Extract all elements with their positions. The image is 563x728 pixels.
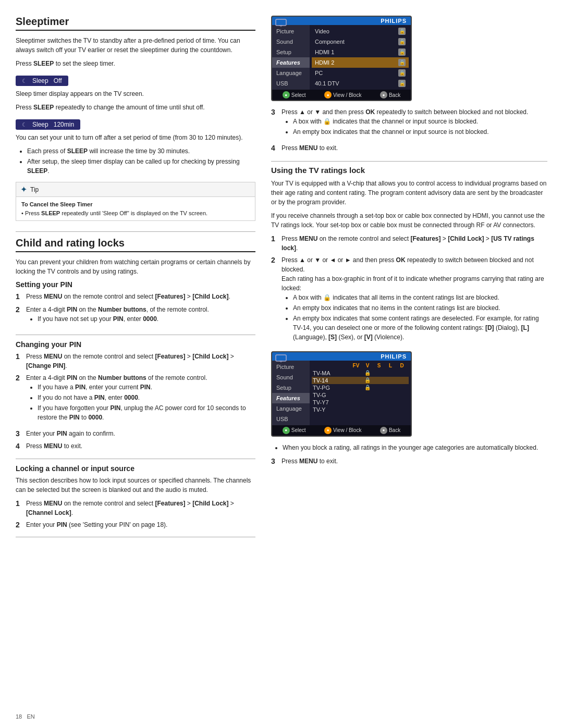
tv-btn-select: ● Select [283, 91, 306, 98]
changing-pin-step2: 2 Enter a 4-digit PIN on the Number butt… [16, 373, 255, 426]
tv-btn-back-2: ● Back [380, 427, 400, 434]
step-content-2: Enter a 4-digit PIN on the Number button… [26, 305, 255, 328]
press-label2: Press [16, 104, 33, 111]
tv-left-features: Features [272, 57, 310, 68]
changing-pin-step1: 1 Press MENU on the remote control and s… [16, 352, 255, 371]
divider-1 [271, 161, 547, 162]
tv-ratings-step-num-1: 1 [271, 234, 278, 244]
tv-ratings-b1: A box with 🔒 indicates that all items in… [293, 293, 547, 302]
col-fv: FV [350, 363, 362, 368]
right-step-num-4: 4 [271, 143, 278, 154]
page-num-text: 18 [16, 713, 22, 720]
step-num-l1: 1 [16, 499, 23, 509]
tv-btn-back: ● Back [380, 91, 400, 98]
ratings-row-tvg: TV-G [312, 391, 409, 399]
sleep-bold: SLEEP [33, 60, 54, 67]
tv-left-menu-2: Picture Sound Setup Features Language US… [272, 361, 310, 425]
tv-btn-select-label-2: Select [291, 427, 306, 433]
philips-label-2: PHILIPS [381, 353, 407, 360]
sleeptimer-intro: Sleeptimer switches the TV to standby af… [16, 36, 255, 55]
tv-right-hdmi1: HDMI 1 🔒 [312, 47, 409, 57]
tv-ratings-step1-content: Press MENU on the remote control and sel… [282, 234, 547, 253]
step3-block: 3 Press ▲ or ▼ and then press OK repeate… [271, 107, 547, 154]
tv-screenshot-2-wrapper: PHILIPS Picture Sound Setup Features Lan… [271, 351, 547, 437]
locking-channel-intro: This section describes how to lock input… [16, 476, 255, 495]
tv-left-language-2: Language [272, 403, 310, 414]
setting-pin-section: Setting your PIN 1 Press MENU on the rem… [16, 280, 255, 335]
change-pin-bullets: If you have a PIN, enter your current PI… [38, 382, 255, 422]
change-pin-b2: If you do not have a PIN, enter 0000. [38, 393, 255, 402]
tv-left-usb-2: USB [272, 414, 310, 424]
step-num-c3: 3 [16, 429, 23, 439]
tv-left-language: Language [272, 68, 310, 78]
tv-ratings-bullets: A box with 🔒 indicates that all items in… [293, 293, 547, 342]
tv-btn-viewblock: ● View / Block [324, 91, 361, 98]
step-content-c2: Enter a 4-digit PIN on the Number button… [26, 373, 255, 426]
tv-left-menu-1: Picture Sound Setup Features Language US… [272, 25, 310, 90]
col-d: D [396, 363, 408, 368]
sleep-value2: 120min [54, 121, 74, 128]
tv-left-features-2: Features [272, 393, 310, 403]
changing-pin-title: Changing your PIN [16, 340, 255, 349]
sleep-display-desc: Sleep timer display appears on the TV sc… [16, 89, 255, 98]
tv-left-sound: Sound [272, 36, 310, 47]
ok-circle: ● [283, 91, 290, 98]
rating-label-tvpg: TV-PG [313, 385, 350, 391]
tv-right-dtv: 40.1 DTV 🔒 [312, 78, 409, 89]
changing-pin-step3: 3 Enter your PIN again to confirm. [16, 429, 255, 439]
tip-header: ✦ Tip [16, 182, 255, 196]
changing-pin-step4: 4 Press MENU to exit. [16, 441, 255, 452]
pin-bullet-1: If you have not set up your PIN, enter 0… [38, 314, 255, 324]
tv-left-sound-2: Sound [272, 372, 310, 382]
tv-bottom-bar-2: ● Select ● View / Block ● Back [272, 425, 411, 436]
pin-bullet-list: If you have not set up your PIN, enter 0… [38, 314, 255, 324]
sleep-bullet-2: After setup, the sleep timer display can… [27, 157, 255, 176]
step-num-l2: 2 [16, 520, 23, 530]
page-lang-text: EN [27, 713, 34, 720]
tip-star-icon: ✦ [20, 184, 27, 194]
tv-ratings-b3: An empty box indicates that some content… [293, 314, 547, 342]
tv-screen-1: PHILIPS Picture Sound Setup Features Lan… [271, 16, 412, 101]
tv-btn-back-label-2: Back [389, 427, 400, 433]
left-column: Sleeptimer Sleeptimer switches the TV to… [16, 16, 255, 718]
ratings-row-tvma: TV-MA 🔒 [312, 369, 409, 377]
tv-right-video: Video 🔒 [312, 26, 409, 36]
philips-label-1: PHILIPS [381, 18, 407, 24]
rating-label-tv14: TV-14 [313, 377, 350, 384]
tv-menu-area-1: Picture Sound Setup Features Language US… [272, 25, 411, 90]
press-repeatedly-suffix: repeatedly to change the amount of time … [54, 104, 204, 111]
sleep-bullet-list: Each press of SLEEP will increase the ti… [27, 146, 255, 176]
page-container: Sleeptimer Sleeptimer switches the TV to… [0, 0, 563, 728]
ratings-note-list: When you block a rating, all ratings in … [283, 443, 547, 452]
change-pin-b1: If you have a PIN, enter your current PI… [38, 382, 255, 392]
lock-pc: 🔒 [398, 69, 406, 77]
tip-content: To Cancel the Sleep Timer • Press SLEEP … [16, 196, 255, 220]
sleep-bold2: SLEEP [33, 104, 54, 111]
tv-right-menu-1: Video 🔒 Component 🔒 HDMI 1 🔒 HDMI 2 [310, 25, 411, 90]
rating-label-tvy7: TV-Y7 [313, 399, 350, 405]
sleeptimer-section: Sleeptimer Sleeptimer switches the TV to… [16, 16, 255, 232]
right-step4-content: Press MENU to exit. [282, 143, 547, 153]
locking-channel-title: Locking a channel or input source [16, 464, 255, 473]
lock-dtv: 🔒 [398, 80, 406, 87]
tv-left-setup: Setup [272, 47, 310, 57]
philips-bar-1: PHILIPS [272, 17, 411, 25]
tv-ratings-para2: If you receive channels through a set-to… [271, 211, 547, 230]
lock-hdmi1: 🔒 [398, 48, 406, 56]
press-label: Press [16, 60, 33, 67]
lock-component: 🔒 [398, 38, 406, 45]
ratings-col-headers: FV V S L D [312, 362, 409, 369]
tv-btn-viewblock-label: View / Block [333, 92, 361, 98]
lock-video: 🔒 [398, 28, 406, 35]
ratings-row-tvpg: TV-PG 🔒 [312, 384, 409, 391]
col-s: S [373, 363, 385, 368]
tv-right-hdmi2: HDMI 2 🔒 [312, 57, 409, 68]
page-number: 18 EN [16, 713, 35, 720]
svg-rect-3 [276, 355, 286, 361]
step-num-1: 1 [16, 292, 23, 302]
back-circle: ● [380, 91, 387, 98]
svg-rect-0 [276, 19, 286, 26]
rating-label-tvy: TV-Y [313, 406, 350, 413]
sleep-description: You can set your unit to turn off after … [16, 133, 255, 142]
ratings-step3: 3 Press MENU to exit. [271, 456, 547, 467]
